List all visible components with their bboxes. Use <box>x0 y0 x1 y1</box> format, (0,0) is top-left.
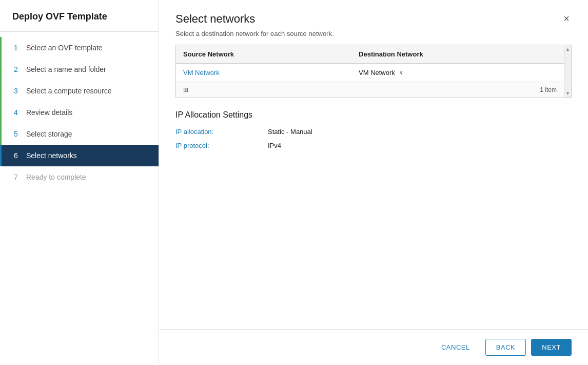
step-label-7: Ready to complete <box>26 173 86 181</box>
scrollbar-down[interactable]: ▼ <box>564 89 571 98</box>
step-num-4: 4 <box>14 108 21 117</box>
sidebar-step-4[interactable]: 4 Review details <box>0 102 159 123</box>
destination-network-select[interactable]: VM Network ∨ <box>359 69 557 76</box>
scrollbar-up[interactable]: ▲ <box>564 45 571 53</box>
step-label-2: Select a name and folder <box>26 65 106 73</box>
step-num-3: 3 <box>14 87 21 95</box>
ip-field-0: IP allocation: Static - Manual <box>175 128 572 136</box>
step-num-6: 6 <box>14 151 21 160</box>
step-label-4: Review details <box>26 108 72 117</box>
table-footer-row: ⊞ 1 item <box>176 82 564 98</box>
table-scroll-inner: Source Network Destination Network VM Ne… <box>176 45 564 98</box>
ip-field-label-0: IP allocation: <box>175 128 268 136</box>
ip-allocation-section: IP Allocation Settings IP allocation: St… <box>159 98 588 156</box>
sidebar-title: Deploy OVF Template <box>0 0 159 32</box>
step-label-5: Select storage <box>26 130 72 138</box>
scrollbar-track <box>564 53 571 89</box>
destination-network-cell: VM Network ∨ <box>351 64 564 82</box>
cancel-button[interactable]: CANCEL <box>431 339 480 355</box>
sidebar-step-2[interactable]: 2 Select a name and folder <box>0 59 159 80</box>
table-scrollbar: ▲ ▼ <box>564 45 571 98</box>
step-num-2: 2 <box>14 65 21 73</box>
col-destination-network: Destination Network <box>351 45 564 64</box>
next-button[interactable]: NEXT <box>531 339 572 356</box>
network-table-container: Source Network Destination Network VM Ne… <box>175 45 572 98</box>
table-footer-count: 1 item <box>351 82 564 98</box>
ip-allocation-title: IP Allocation Settings <box>175 110 572 120</box>
deploy-ovf-dialog: Deploy OVF Template 1 Select an OVF temp… <box>0 0 588 365</box>
step-label-1: Select an OVF template <box>26 44 103 52</box>
page-title: Select networks <box>175 12 255 26</box>
back-button[interactable]: BACK <box>485 339 526 356</box>
source-network-link[interactable]: VM Network <box>183 69 220 76</box>
main-subtitle: Select a destination network for each so… <box>159 26 588 45</box>
sidebar-step-6[interactable]: 6 Select networks <box>0 145 159 166</box>
ip-field-label-1: IP protocol: <box>175 142 268 149</box>
chevron-down-icon: ∨ <box>399 69 403 76</box>
step-label-6: Select networks <box>26 151 77 160</box>
sidebar: Deploy OVF Template 1 Select an OVF temp… <box>0 0 159 365</box>
sidebar-step-3[interactable]: 3 Select a compute resource <box>0 80 159 102</box>
ip-field-1: IP protocol: IPv4 <box>175 142 572 149</box>
col-source-network: Source Network <box>176 45 351 64</box>
sidebar-step-7: 7 Ready to complete <box>0 166 159 188</box>
ip-fields-container: IP allocation: Static - Manual IP protoc… <box>175 128 572 149</box>
main-header: Select networks × <box>159 0 588 26</box>
expand-icon[interactable]: ⊞ <box>183 86 188 93</box>
sidebar-steps: 1 Select an OVF template2 Select a name … <box>0 32 159 193</box>
sidebar-step-5[interactable]: 5 Select storage <box>0 123 159 145</box>
step-label-3: Select a compute resource <box>26 87 112 95</box>
close-button[interactable]: × <box>561 12 572 25</box>
step-num-7: 7 <box>14 173 21 181</box>
ip-field-value-0: Static - Manual <box>268 128 312 136</box>
main-footer: CANCEL BACK NEXT <box>159 329 588 365</box>
ip-field-value-1: IPv4 <box>268 142 281 149</box>
sidebar-step-1[interactable]: 1 Select an OVF template <box>0 37 159 59</box>
table-row: VM Network VM Network ∨ <box>176 64 564 82</box>
main-panel: Select networks × Select a destination n… <box>159 0 588 365</box>
step-num-1: 1 <box>14 44 21 52</box>
step-num-5: 5 <box>14 130 21 138</box>
source-network-cell: VM Network <box>176 64 351 82</box>
table-footer-icon: ⊞ <box>176 82 351 98</box>
network-table: Source Network Destination Network VM Ne… <box>176 45 564 98</box>
